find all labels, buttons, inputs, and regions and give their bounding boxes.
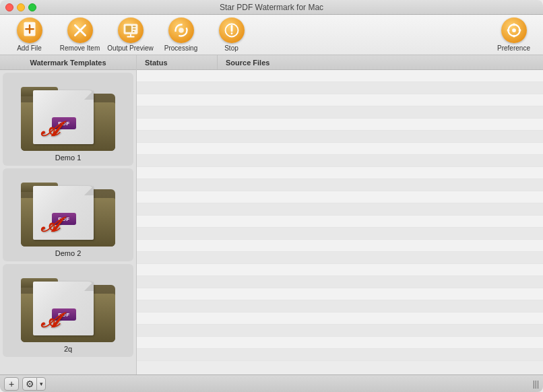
window-title: Star PDF Watermark for Mac [220,3,323,12]
processing-svg [169,18,193,42]
processing-label: Processing [164,44,197,52]
table-row [137,155,543,167]
processing-button[interactable]: Processing [156,16,206,54]
title-bar: Star PDF Watermark for Mac [0,0,543,15]
table-row [137,313,543,325]
table-row [137,191,543,203]
sidebar-header: Watermark Templates [0,55,136,70]
pdf-icon-mark: 𝒜 [41,118,59,141]
list-item[interactable]: PDF 𝒜 Demo 2 [3,168,133,261]
svg-point-21 [507,29,509,32]
sidebar-item-label: 2q [64,345,72,353]
svg-point-18 [512,28,516,32]
bottom-bar: + ⚙ ▾ ||| [0,374,543,392]
table-row [137,203,543,216]
table-row [137,70,543,82]
table-row [137,349,543,361]
folder-page: PDF 𝒜 [33,90,94,144]
preference-label: Preference [497,44,530,52]
table-row [137,82,543,94]
remove-item-icon [67,18,93,43]
table-row [137,167,543,179]
table-row [137,337,543,349]
table-row [137,94,543,106]
pdf-icon-mark: 𝒜 [41,309,59,333]
toolbar-items: Add File Remove Item [4,16,257,54]
sidebar-items: PDF 𝒜 Demo 1 PDF 𝒜 [0,70,136,374]
toolbar: Add File Remove Item [0,15,543,55]
svg-rect-7 [132,26,135,27]
svg-point-20 [513,35,515,38]
table-row [137,240,543,252]
folder-fold [84,186,94,195]
column-status: Status [137,55,218,69]
folder-page: PDF 𝒜 [33,186,94,240]
maximize-button[interactable] [28,3,36,11]
table-row [137,300,543,313]
table-row [137,228,543,240]
sidebar: Watermark Templates PDF 𝒜 Demo 1 [0,55,137,374]
output-preview-svg [119,18,143,42]
svg-rect-8 [132,28,135,30]
add-file-label: Add File [17,44,42,52]
stop-button[interactable]: Stop [206,16,257,54]
minimize-button[interactable] [17,3,25,11]
table-row [137,119,543,131]
traffic-lights[interactable] [5,3,36,11]
folder-page: PDF 𝒜 [33,282,94,335]
remove-item-svg [68,18,92,42]
add-file-button[interactable]: Add File [4,16,55,54]
remove-item-button[interactable]: Remove Item [55,16,105,54]
close-button[interactable] [5,3,13,11]
stop-label: Stop [224,44,238,52]
main-content: Watermark Templates PDF 𝒜 Demo 1 [0,55,543,374]
output-preview-label: Output Preview [107,44,153,52]
add-file-icon [17,18,42,43]
gear-icon: ⚙ [26,379,34,389]
preference-icon [501,18,527,43]
table-row [137,264,543,276]
dropdown-button[interactable]: ▾ [36,377,46,391]
resize-icon: ||| [533,379,539,389]
table-row [137,252,543,264]
table-row [137,216,543,228]
svg-point-16 [230,32,232,34]
svg-rect-9 [132,31,134,32]
stop-icon [219,18,245,43]
column-source-files: Source Files [218,55,543,69]
table-row [137,276,543,288]
sidebar-item-label: Demo 1 [55,154,82,162]
remove-item-label: Remove Item [60,44,100,52]
list-item[interactable]: PDF 𝒜 2q [3,264,133,357]
add-icon: + [9,379,14,389]
right-panel: Status Source Files [137,55,543,374]
table-header: Status Source Files [137,55,543,70]
pdf-folder-2q: PDF 𝒜 [18,268,118,342]
settings-button[interactable]: ⚙ [22,377,37,391]
stop-svg [220,18,244,42]
processing-icon [168,18,194,43]
sidebar-item-label: Demo 2 [55,249,82,257]
add-file-svg [18,18,42,42]
table-row [137,131,543,143]
output-preview-button[interactable]: Output Preview [105,16,156,54]
table-body [137,70,543,374]
pdf-folder-demo1: PDF 𝒜 [18,77,118,151]
pdf-icon-mark: 𝒜 [41,214,59,237]
chevron-down-icon: ▾ [40,381,43,387]
list-item[interactable]: PDF 𝒜 Demo 1 [3,73,133,166]
svg-rect-6 [125,26,131,32]
table-row [137,288,543,300]
pdf-folder-demo2: PDF 𝒜 [18,172,118,247]
preference-button[interactable]: Preference [488,16,539,54]
folder-fold [84,282,94,291]
add-template-button[interactable]: + [4,377,19,391]
output-preview-icon [118,18,143,43]
svg-point-19 [513,24,515,26]
svg-point-13 [179,28,184,33]
folder-fold [84,90,94,100]
table-row [137,179,543,191]
svg-point-22 [518,29,521,32]
resize-handle[interactable]: ||| [533,379,539,389]
table-row [137,325,543,337]
